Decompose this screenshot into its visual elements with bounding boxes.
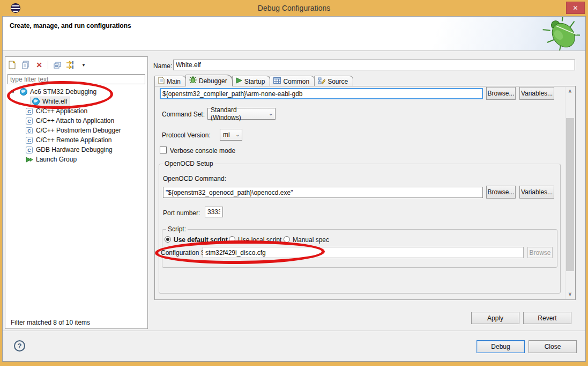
vertical-scrollbar[interactable]: ∧ ∨ xyxy=(565,87,574,299)
chevron-down-icon: ⌄ xyxy=(235,132,240,137)
source-icon xyxy=(318,77,325,86)
close-button[interactable]: Close xyxy=(529,340,577,353)
svg-text:C: C xyxy=(27,128,31,134)
openocd-command-input[interactable] xyxy=(163,187,483,198)
use-default-script-label: Use default script xyxy=(174,236,228,244)
tab-label: Source xyxy=(328,78,348,85)
gdb-command-input[interactable] xyxy=(160,88,483,99)
dialog-header: Create, manage, and run configurations xyxy=(3,17,585,51)
svg-text:C: C xyxy=(27,148,31,153)
selected-item-highlight: White.elf xyxy=(30,97,70,106)
window-close-button[interactable]: ✕ xyxy=(566,2,585,14)
tree-item-cpp-attach[interactable]: C C/C++ Attach to Application xyxy=(5,116,147,126)
manual-spec-radio[interactable] xyxy=(284,236,290,243)
tree-item-cpp-application[interactable]: C C/C++ Application xyxy=(5,106,147,116)
verbose-console-label: Verbose console mode xyxy=(170,147,235,155)
filter-configurations-icon[interactable] xyxy=(65,60,75,70)
tree-item-label: White.elf xyxy=(42,98,68,105)
tree-item-launch-group[interactable]: Launch Group xyxy=(5,155,147,164)
manual-spec-label: Manual spec xyxy=(293,236,329,244)
name-label: Name: xyxy=(153,62,172,70)
tab-label: Common xyxy=(283,78,309,85)
openocd-setup-group xyxy=(159,164,561,294)
ac6-globe-icon xyxy=(19,88,27,96)
openocd-command-label: OpenOCD Command: xyxy=(163,175,226,182)
tab-startup[interactable]: Startup xyxy=(232,76,271,86)
footer-separator xyxy=(3,331,585,331)
script-group-title: Script: xyxy=(166,225,188,233)
tree-item-cpp-postmortem[interactable]: C C/C++ Postmortem Debugger xyxy=(5,126,147,135)
command-set-select[interactable]: Standard (Windows) ⌄ xyxy=(207,108,276,120)
tree-item-label: Ac6 STM32 Debugging xyxy=(30,88,96,96)
collapse-all-icon[interactable] xyxy=(52,60,62,70)
ac6-globe-icon xyxy=(32,98,40,106)
c-application-icon: C xyxy=(25,136,33,144)
window-title: Debug Configurations xyxy=(0,0,588,16)
scroll-down-icon[interactable]: ∨ xyxy=(565,290,575,299)
openocd-setup-group-title: OpenOCD Setup xyxy=(163,160,215,167)
tab-debugger[interactable]: Debugger xyxy=(185,75,233,86)
launch-group-icon xyxy=(25,156,33,164)
expand-twisty-icon[interactable] xyxy=(10,90,16,94)
tab-label: Debugger xyxy=(199,77,227,85)
toolbar-menu-caret-icon[interactable]: ▼ xyxy=(79,60,88,70)
tree-item-label: C/C++ Attach to Application xyxy=(36,117,114,125)
protocol-version-label: Protocol Version: xyxy=(162,131,211,139)
configuration-script-input[interactable] xyxy=(203,247,524,258)
tree-item-label: C/C++ Postmortem Debugger xyxy=(36,127,121,134)
tab-label: Main xyxy=(167,78,181,85)
gdb-browse-button[interactable]: Browse... xyxy=(486,87,516,100)
tree-item-label: GDB Hardware Debugging xyxy=(36,146,113,153)
name-input[interactable] xyxy=(173,60,575,70)
tree-item-white-elf[interactable]: White.elf xyxy=(5,97,147,106)
use-local-script-label: Use local script xyxy=(238,236,281,244)
tab-source[interactable]: Source xyxy=(314,76,353,86)
filter-input[interactable] xyxy=(8,74,145,84)
document-icon xyxy=(158,77,165,86)
svg-text:C: C xyxy=(27,109,31,114)
protocol-version-select[interactable]: mi ⌄ xyxy=(220,129,242,141)
use-local-script-radio[interactable] xyxy=(229,236,235,243)
port-number-label: Port number: xyxy=(163,209,200,217)
tree-item-gdb-hardware[interactable]: C GDB Hardware Debugging xyxy=(5,145,147,155)
bug-icon xyxy=(189,76,197,85)
configurations-tree: Ac6 STM32 Debugging White.elf C xyxy=(5,87,147,164)
configurations-panel: ✕ ▼ xyxy=(5,56,148,329)
openocd-variables-button[interactable]: Variables... xyxy=(519,186,554,199)
tab-common[interactable]: Common xyxy=(270,76,315,86)
duplicate-configuration-icon[interactable] xyxy=(21,60,31,70)
verbose-console-checkbox[interactable] xyxy=(160,147,167,153)
config-script-browse-button[interactable]: Browse xyxy=(527,247,553,258)
scrollbar-thumb[interactable] xyxy=(566,118,574,271)
play-icon xyxy=(236,77,242,85)
command-set-value: Standard (Windows) xyxy=(211,106,265,121)
use-default-script-radio[interactable] xyxy=(165,236,171,243)
c-application-icon: C xyxy=(25,127,33,135)
debug-configurations-window: Debug Configurations ✕ Create, manage, a… xyxy=(0,0,588,366)
filter-match-status: Filter matched 8 of 10 items xyxy=(11,319,90,326)
revert-button[interactable]: Revert xyxy=(523,312,571,324)
protocol-version-value: mi xyxy=(223,131,230,138)
debug-button[interactable]: Debug xyxy=(477,340,525,353)
launch-toolbar: ✕ ▼ xyxy=(8,58,88,71)
tree-item-label: C/C++ Remote Application xyxy=(36,136,111,144)
tab-main[interactable]: Main xyxy=(154,76,186,86)
tree-item-ac6-stm32-debugging[interactable]: Ac6 STM32 Debugging xyxy=(5,87,147,97)
new-configuration-icon[interactable] xyxy=(8,60,17,70)
gdb-variables-button[interactable]: Variables... xyxy=(519,87,554,100)
title-bar[interactable]: Debug Configurations ✕ xyxy=(0,0,588,16)
debugger-tab-panel: Browse... Variables... Command Set: Stan… xyxy=(154,86,576,300)
c-application-icon: C xyxy=(25,117,33,125)
openocd-browse-button[interactable]: Browse... xyxy=(486,186,516,199)
port-number-input[interactable] xyxy=(205,207,223,217)
help-button[interactable]: ? xyxy=(14,340,25,352)
debug-bug-image xyxy=(539,17,580,53)
tree-item-label: C/C++ Application xyxy=(36,107,87,115)
dialog-header-title: Create, manage, and run configurations xyxy=(10,22,131,30)
toolbar-separator xyxy=(48,61,48,69)
scroll-up-icon[interactable]: ∧ xyxy=(565,87,575,96)
apply-button[interactable]: Apply xyxy=(471,312,519,324)
delete-configuration-icon[interactable]: ✕ xyxy=(34,60,44,70)
svg-text:C: C xyxy=(27,119,31,124)
tree-item-cpp-remote[interactable]: C C/C++ Remote Application xyxy=(5,135,147,145)
